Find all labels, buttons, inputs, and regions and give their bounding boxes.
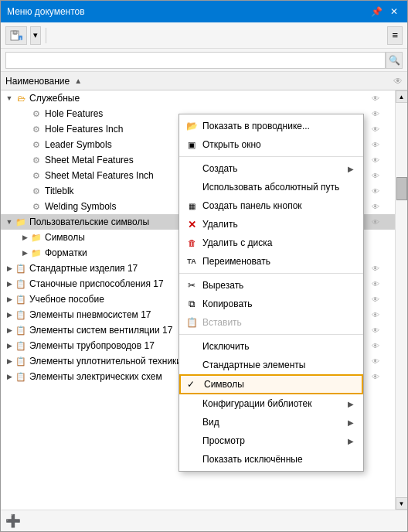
visibility-icon: 👁 bbox=[372, 264, 395, 273]
gear-file-icon3: ⚙ bbox=[30, 138, 42, 151]
bottom-toolbar: ➕ bbox=[1, 510, 407, 531]
ctx-paste[interactable]: 📋 Вставить bbox=[179, 313, 363, 332]
expand-icon[interactable]: ▶ bbox=[4, 371, 15, 382]
item-label: Hole Features Inch bbox=[45, 124, 123, 135]
folder-list-icon8: 📋 bbox=[15, 370, 27, 383]
expand-icon[interactable]: ▶ bbox=[4, 294, 15, 305]
submenu-arrow-icon3: ▶ bbox=[348, 418, 354, 427]
visibility-icon: 👁 bbox=[372, 156, 395, 165]
item-label: Символы bbox=[45, 232, 85, 243]
window-title: Меню документов bbox=[7, 6, 85, 17]
ctx-rename[interactable]: TA Переименовать bbox=[179, 252, 363, 271]
name-column-header: Наименование ▲ bbox=[5, 76, 82, 87]
ctx-delete[interactable]: ✕ Удалить bbox=[179, 215, 363, 234]
expand-icon[interactable]: ▶ bbox=[4, 340, 15, 351]
expand-icon[interactable]: ▼ bbox=[4, 93, 15, 104]
folder-icon3: 📁 bbox=[30, 247, 42, 259]
item-label: Элементы систем вентиляции 17 bbox=[29, 325, 172, 336]
scrollbar[interactable]: ▲ ▼ bbox=[395, 90, 407, 510]
ctx-separator3 bbox=[179, 334, 363, 335]
visibility-icon: 👁 bbox=[372, 141, 395, 149]
main-content: ▼ 🗁 Служебные 👁 ▶ ⚙ Hole Features 👁 ▶ ⚙ … bbox=[1, 90, 407, 510]
visibility-icon: 👁 bbox=[372, 172, 395, 180]
visibility-icon: 👁 bbox=[372, 342, 395, 350]
submenu-arrow-icon: ▶ bbox=[348, 165, 354, 173]
visibility-icon: 👁 bbox=[372, 295, 395, 304]
ctx-label: Создать панель кнопок bbox=[202, 200, 302, 211]
close-button[interactable]: ✕ bbox=[387, 6, 401, 17]
ctx-show-explorer[interactable]: 📂 Показать в проводнике... bbox=[179, 117, 363, 135]
expand-icon[interactable]: ▶ bbox=[4, 263, 15, 274]
visibility-icon: 👁 bbox=[372, 311, 395, 319]
svg-text:+: + bbox=[19, 36, 22, 41]
ctx-lib-config[interactable]: Конфигурации библиотек ▶ bbox=[179, 394, 363, 413]
item-label: Sheet Metal Features bbox=[45, 155, 134, 165]
item-label: Leader Symbols bbox=[45, 139, 112, 150]
window-icon: ▣ bbox=[185, 138, 198, 151]
ctx-cut[interactable]: ✂ Вырезать bbox=[179, 276, 363, 295]
expand-icon[interactable]: ▶ bbox=[19, 232, 30, 243]
ctx-preview[interactable]: Просмотр ▶ bbox=[179, 431, 363, 450]
gear-file-icon7: ⚙ bbox=[30, 200, 42, 213]
visibility-icon: 👁 bbox=[372, 218, 395, 227]
ctx-std-elements[interactable]: Стандартные элементы bbox=[179, 356, 363, 374]
sort-arrow-icon: ▲ bbox=[74, 77, 82, 85]
ctx-create-panel[interactable]: ▦ Создать панель кнопок bbox=[179, 196, 363, 215]
gear-file-icon5: ⚙ bbox=[30, 169, 42, 182]
ctx-open-window[interactable]: ▣ Открыть окно bbox=[179, 135, 363, 154]
ctx-label: Исключить bbox=[202, 341, 249, 352]
ctx-label: Удалить с диска bbox=[202, 237, 272, 248]
ctx-symbols[interactable]: ✓ Символы bbox=[179, 374, 363, 394]
delete-icon: ✕ bbox=[185, 218, 198, 230]
ctx-label: Создать bbox=[202, 163, 238, 174]
ctx-label: Показать в проводнике... bbox=[202, 121, 310, 131]
expand-icon[interactable]: ▼ bbox=[4, 217, 15, 227]
ctx-create[interactable]: Создать ▶ bbox=[179, 159, 363, 178]
expand-icon[interactable]: ▶ bbox=[4, 356, 15, 367]
expand-icon[interactable]: ▶ bbox=[19, 247, 30, 258]
search-input[interactable] bbox=[5, 52, 386, 69]
ctx-delete-disk[interactable]: 🗑 Удалить с диска bbox=[179, 234, 363, 252]
folder-open-icon: 🗁 bbox=[15, 92, 27, 104]
main-toolbar: + ▾ ≡ bbox=[1, 22, 407, 49]
item-label: Форматки bbox=[45, 247, 87, 258]
folder-list-icon5: 📋 bbox=[15, 324, 27, 336]
item-label: Welding Symbols bbox=[45, 201, 116, 212]
add-button[interactable]: ➕ bbox=[5, 513, 21, 528]
pin-button[interactable]: 📌 bbox=[368, 6, 386, 17]
gear-file-icon2: ⚙ bbox=[30, 123, 42, 135]
ctx-label: Использовать абсолютный путь bbox=[202, 182, 339, 193]
folder-list-icon6: 📋 bbox=[15, 339, 27, 352]
column-header: Наименование ▲ 👁 bbox=[1, 72, 407, 90]
ctx-copy[interactable]: ⧉ Копировать bbox=[179, 295, 363, 313]
expand-icon[interactable]: ▶ bbox=[4, 309, 15, 320]
item-label: Стандартные изделия 17 bbox=[29, 263, 138, 274]
menu-button[interactable]: ≡ bbox=[387, 26, 403, 45]
expand-icon[interactable]: ▶ bbox=[4, 325, 15, 336]
folder-list-icon4: 📋 bbox=[15, 309, 27, 321]
rename-icon: TA bbox=[185, 255, 198, 268]
title-bar-buttons: 📌 ✕ bbox=[368, 6, 401, 17]
item-label: Элементы пневмосистем 17 bbox=[29, 309, 151, 320]
new-button[interactable]: + bbox=[5, 26, 27, 45]
ctx-label: Вырезать bbox=[202, 280, 243, 291]
ctx-label: Переименовать bbox=[202, 256, 270, 267]
folder-list-icon: 📋 bbox=[15, 262, 27, 275]
ctx-abs-path[interactable]: Использовать абсолютный путь bbox=[179, 178, 363, 196]
tree-item-root[interactable]: ▼ 🗁 Служебные 👁 bbox=[1, 90, 395, 106]
item-label: Элементы трубопроводов 17 bbox=[29, 340, 155, 351]
search-button[interactable]: 🔍 bbox=[386, 52, 403, 69]
ctx-label: Символы bbox=[204, 379, 244, 390]
main-window: Меню документов 📌 ✕ + ▾ ≡ 🔍 bbox=[0, 0, 408, 532]
eye-column-icon: 👁 bbox=[393, 76, 403, 87]
ctx-exclude[interactable]: Исключить bbox=[179, 337, 363, 356]
item-label: Учебное пособие bbox=[29, 294, 104, 305]
ctx-view[interactable]: Вид ▶ bbox=[179, 413, 363, 431]
dropdown-button[interactable]: ▾ bbox=[30, 26, 41, 45]
folder-list-icon7: 📋 bbox=[15, 355, 27, 367]
scroll-down-button[interactable]: ▼ bbox=[396, 497, 408, 510]
ctx-label: Показать исключённые bbox=[202, 454, 303, 465]
expand-icon[interactable]: ▶ bbox=[4, 278, 15, 289]
scroll-up-button[interactable]: ▲ bbox=[396, 90, 408, 103]
ctx-show-excluded[interactable]: Показать исключённые bbox=[179, 450, 363, 469]
